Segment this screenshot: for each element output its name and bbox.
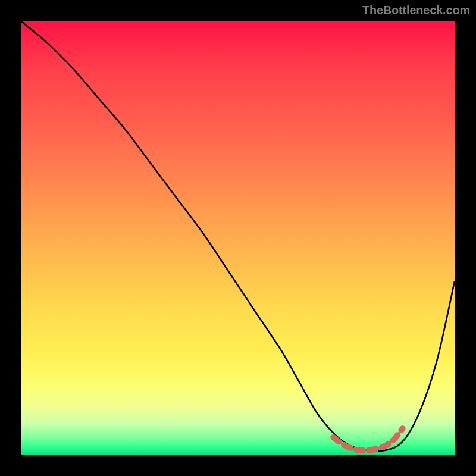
bottleneck-curve	[21, 21, 455, 451]
highlight-band	[333, 428, 402, 450]
chart-svg	[21, 21, 455, 455]
chart-container: TheBottleneck.com	[0, 0, 476, 476]
plot-area	[21, 21, 455, 455]
watermark-text: TheBottleneck.com	[362, 4, 470, 17]
